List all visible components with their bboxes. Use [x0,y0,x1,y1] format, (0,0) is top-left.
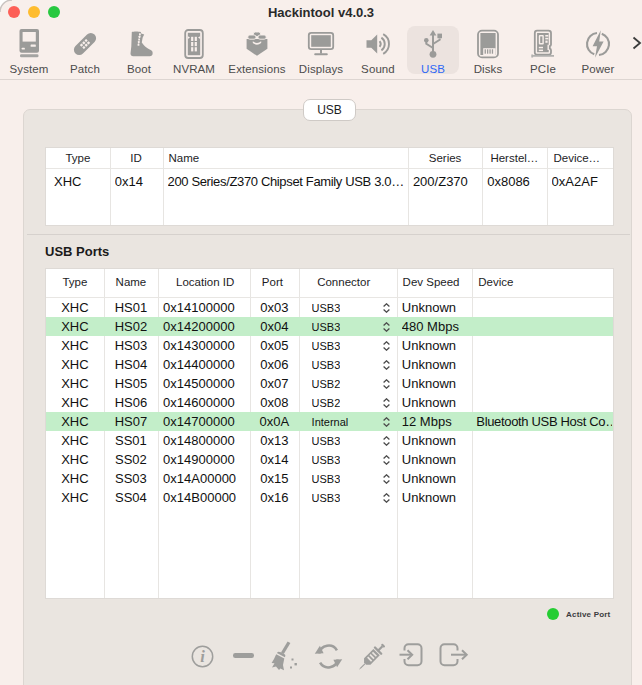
svg-text:i: i [200,647,205,666]
